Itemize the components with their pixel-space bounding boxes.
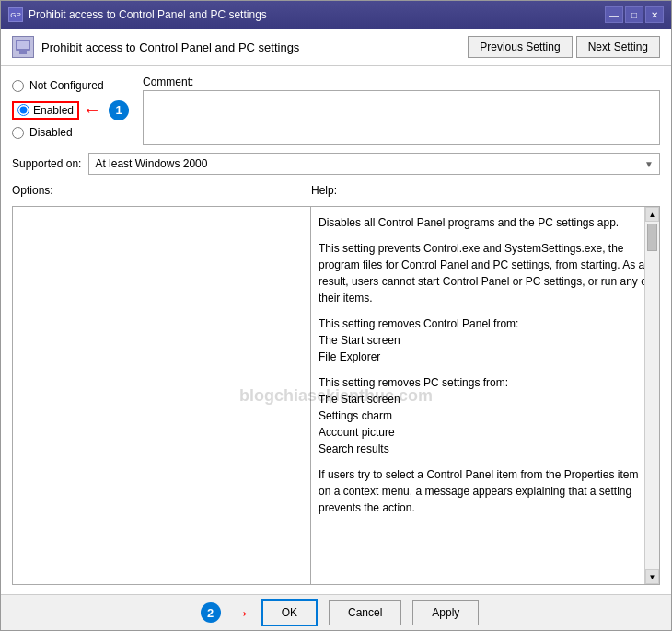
not-configured-label: Not Configured (29, 79, 104, 92)
supported-label: Supported on: (12, 157, 81, 170)
dialog-header: Prohibit access to Control Panel and PC … (1, 29, 671, 66)
options-content (13, 207, 310, 584)
scroll-track[interactable] (645, 222, 659, 569)
radio-section: Not Configured Enabled ← 1 Disabled (12, 75, 132, 145)
arrow-right-icon: → (232, 602, 250, 624)
help-paragraph-1: Disables all Control Panel programs and … (319, 214, 652, 231)
cancel-button[interactable]: Cancel (329, 600, 401, 625)
options-panel (12, 206, 311, 585)
maximize-button[interactable]: □ (625, 6, 643, 23)
header-buttons: Previous Setting Next Setting (468, 36, 660, 58)
comment-section: Comment: (143, 75, 660, 145)
supported-section: Supported on: At least Windows 2000 ▼ (12, 153, 660, 175)
supported-value: At least Windows 2000 ▼ (88, 153, 660, 175)
comment-label: Comment: (143, 75, 660, 88)
bottom-annotation: 2 → OK Cancel Apply (1, 595, 671, 630)
annotation-1: 1 (109, 100, 129, 120)
section-labels: Options: Help: (12, 182, 660, 199)
enabled-option[interactable]: Enabled (12, 101, 79, 120)
help-panel: Disables all Control Panel programs and … (311, 206, 660, 585)
dialog-body: Not Configured Enabled ← 1 Disabled (1, 66, 671, 594)
disabled-label: Disabled (29, 126, 73, 139)
top-section: Not Configured Enabled ← 1 Disabled (12, 75, 660, 145)
bottom-section: 2 → OK Cancel Apply (1, 594, 671, 630)
help-content: Disables all Control Panel programs and … (311, 207, 659, 584)
help-paragraph-3: This setting removes Control Panel from:… (319, 316, 652, 365)
help-paragraph-5: If users try to select a Control Panel i… (319, 466, 652, 516)
help-paragraph-2: This setting prevents Control.exe and Sy… (319, 240, 652, 306)
scroll-thumb[interactable] (647, 224, 657, 251)
title-bar: GP Prohibit access to Control Panel and … (1, 1, 671, 29)
arrow-icon: ← (83, 99, 101, 120)
comment-textarea[interactable] (143, 90, 660, 145)
disabled-radio[interactable] (12, 127, 24, 139)
help-paragraph-4: This setting removes PC settings from:Th… (319, 374, 652, 457)
middle-section: blogchiasekienthuc.com Disables all Cont… (12, 206, 660, 585)
apply-button[interactable]: Apply (412, 600, 479, 625)
not-configured-radio[interactable] (12, 80, 24, 92)
annotation-2: 2 (201, 602, 221, 623)
enabled-highlight: Enabled (12, 101, 79, 120)
minimize-button[interactable]: — (605, 6, 623, 23)
disabled-option[interactable]: Disabled (12, 126, 132, 139)
enabled-label: Enabled (33, 104, 74, 117)
title-bar-controls: — □ ✕ (605, 6, 664, 23)
help-scrollbar[interactable]: ▲ ▼ (644, 207, 659, 584)
help-label: Help: (311, 182, 660, 199)
svg-rect-2 (19, 51, 27, 54)
dialog-header-left: Prohibit access to Control Panel and PC … (12, 36, 299, 58)
chevron-down-icon: ▼ (644, 159, 654, 169)
svg-rect-1 (17, 41, 29, 49)
ok-button[interactable]: OK (261, 599, 318, 626)
window-title: Prohibit access to Control Panel and PC … (29, 8, 267, 21)
supported-text: At least Windows 2000 (95, 157, 207, 170)
close-button[interactable]: ✕ (645, 6, 664, 23)
scroll-up-button[interactable]: ▲ (645, 207, 659, 222)
window-icon: GP (8, 7, 23, 22)
next-setting-button[interactable]: Next Setting (576, 36, 660, 58)
dialog-title: Prohibit access to Control Panel and PC … (41, 40, 299, 54)
enabled-radio[interactable] (17, 104, 29, 116)
options-label: Options: (12, 182, 311, 199)
main-window: GP Prohibit access to Control Panel and … (0, 0, 672, 631)
scroll-down-button[interactable]: ▼ (645, 569, 659, 584)
not-configured-option[interactable]: Not Configured (12, 79, 132, 92)
previous-setting-button[interactable]: Previous Setting (468, 36, 572, 58)
dialog-icon (12, 36, 34, 58)
enabled-row: Enabled ← 1 (12, 99, 132, 120)
title-bar-left: GP Prohibit access to Control Panel and … (8, 7, 267, 22)
